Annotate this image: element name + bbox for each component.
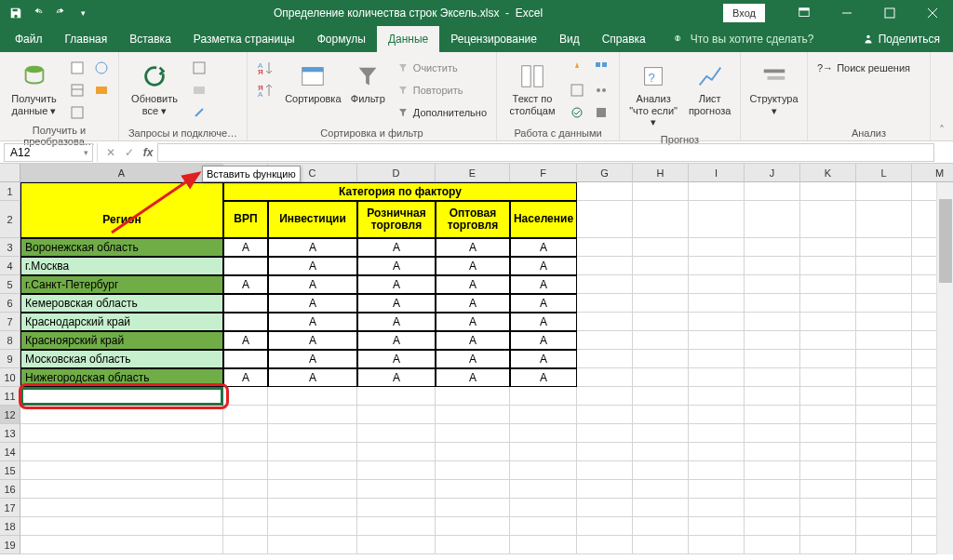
share-button[interactable]: Поделиться	[862, 33, 940, 46]
text-to-columns-button[interactable]: Текст по столбцам	[503, 58, 562, 120]
cell[interactable]: Нижегородская область	[20, 368, 223, 387]
data-model-icon[interactable]	[590, 102, 612, 123]
cell[interactable]	[745, 387, 800, 406]
cell[interactable]	[689, 517, 745, 536]
row-header-17[interactable]: 17	[0, 499, 20, 517]
cell[interactable]	[510, 406, 577, 424]
cell[interactable]: г.Санкт-Петербург	[20, 275, 223, 294]
cancel-formula-icon[interactable]: ✕	[101, 143, 120, 162]
cell[interactable]	[577, 182, 633, 201]
cell[interactable]	[20, 480, 223, 499]
row-header-13[interactable]: 13	[0, 424, 20, 443]
cell[interactable]	[800, 331, 856, 350]
cell[interactable]	[510, 461, 577, 480]
cell[interactable]: A	[268, 238, 357, 257]
cell[interactable]	[633, 424, 689, 443]
cell[interactable]	[745, 406, 800, 424]
reapply-filter-button[interactable]: Повторить	[393, 80, 490, 100]
row-header-5[interactable]: 5	[0, 275, 20, 294]
cell[interactable]	[800, 424, 856, 443]
cell[interactable]: Краснодарский край	[20, 313, 223, 331]
cell[interactable]	[800, 201, 856, 238]
cell[interactable]: ВРП	[223, 201, 268, 238]
column-header-A[interactable]: A	[20, 164, 223, 182]
cell[interactable]	[577, 517, 633, 536]
cell[interactable]	[689, 387, 745, 406]
cell[interactable]	[689, 257, 745, 275]
cell[interactable]: A	[436, 313, 510, 331]
column-header-J[interactable]: J	[745, 164, 800, 182]
cell[interactable]	[436, 499, 510, 517]
cell[interactable]: A	[510, 313, 577, 331]
cell[interactable]	[633, 238, 689, 257]
cell[interactable]	[268, 499, 357, 517]
cell[interactable]: A	[436, 331, 510, 350]
cell[interactable]	[689, 480, 745, 499]
row-header-3[interactable]: 3	[0, 238, 20, 257]
cell[interactable]	[223, 406, 268, 424]
cell[interactable]	[745, 461, 800, 480]
cell[interactable]	[856, 201, 912, 238]
cell[interactable]	[633, 443, 689, 461]
cell[interactable]: Оптовая торговля	[436, 201, 510, 238]
row-header-1[interactable]: 1	[0, 182, 20, 201]
cell[interactable]	[745, 238, 800, 257]
cell[interactable]	[577, 257, 633, 275]
cell[interactable]	[357, 406, 436, 424]
tab-view[interactable]: Вид	[548, 26, 591, 52]
cell[interactable]	[268, 461, 357, 480]
tell-me-search[interactable]: Что вы хотите сделать?	[672, 33, 814, 46]
cell[interactable]	[633, 499, 689, 517]
cell[interactable]: Инвестиции	[268, 201, 357, 238]
cell[interactable]: A	[268, 257, 357, 275]
row-header-18[interactable]: 18	[0, 517, 20, 536]
formula-input[interactable]	[157, 143, 934, 162]
cell[interactable]	[577, 294, 633, 313]
properties-icon[interactable]	[188, 80, 210, 100]
cell[interactable]	[436, 424, 510, 443]
cell[interactable]: A	[268, 331, 357, 350]
cell[interactable]: A	[268, 294, 357, 313]
undo-icon[interactable]	[28, 3, 48, 23]
cell[interactable]	[223, 350, 268, 368]
cell[interactable]	[856, 350, 912, 368]
cell[interactable]	[577, 368, 633, 387]
sort-az-icon[interactable]: AЯ	[253, 58, 275, 78]
cell[interactable]: A	[357, 313, 436, 331]
cell[interactable]	[223, 424, 268, 443]
column-header-G[interactable]: G	[577, 164, 633, 182]
cell[interactable]	[510, 517, 577, 536]
row-header-12[interactable]: 12	[0, 406, 20, 424]
cell[interactable]: A	[436, 257, 510, 275]
cell[interactable]: A	[357, 294, 436, 313]
cell[interactable]	[800, 499, 856, 517]
cell[interactable]	[800, 536, 856, 554]
cell[interactable]	[357, 443, 436, 461]
cell[interactable]	[745, 536, 800, 554]
cell[interactable]: A	[268, 313, 357, 331]
tab-file[interactable]: Файл	[4, 26, 54, 52]
cell[interactable]	[633, 201, 689, 238]
cell[interactable]: A	[510, 294, 577, 313]
cell[interactable]	[633, 182, 689, 201]
cell[interactable]: A	[223, 368, 268, 387]
cell[interactable]	[689, 536, 745, 554]
tab-review[interactable]: Рецензирование	[439, 26, 548, 52]
cell[interactable]	[745, 201, 800, 238]
cell[interactable]	[689, 313, 745, 331]
cell[interactable]	[689, 201, 745, 238]
cell[interactable]	[268, 406, 357, 424]
cell[interactable]	[577, 201, 633, 238]
cell[interactable]: A	[357, 350, 436, 368]
cell[interactable]	[577, 406, 633, 424]
row-header-4[interactable]: 4	[0, 257, 20, 275]
cell[interactable]	[800, 275, 856, 294]
cell[interactable]	[633, 257, 689, 275]
minimize-button[interactable]	[826, 0, 867, 26]
cell[interactable]: г.Москва	[20, 257, 223, 275]
column-header-K[interactable]: K	[800, 164, 856, 182]
recent-sources-icon[interactable]	[90, 80, 113, 100]
cell[interactable]	[633, 275, 689, 294]
cell[interactable]	[436, 387, 510, 406]
cell[interactable]	[745, 424, 800, 443]
